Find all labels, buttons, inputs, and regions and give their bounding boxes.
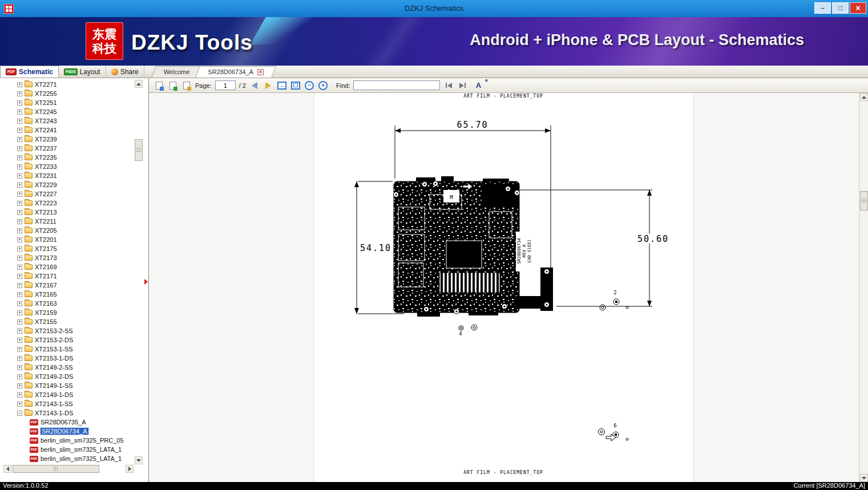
tree-folder-row[interactable]: XT2173 — [0, 253, 134, 262]
expand-toggle-icon[interactable] — [17, 137, 22, 142]
tree-folder-row[interactable]: XT2149-2-DS — [0, 372, 134, 381]
pdf-viewer[interactable]: ART FILM - PLACEMENT_TOP ART FILM - PLAC… — [149, 93, 868, 482]
tree-folder-row[interactable]: XT2149-1-DS — [0, 390, 134, 399]
tree-folder-row[interactable]: XT2227 — [0, 189, 134, 199]
viewer-scrollbar-thumb[interactable] — [860, 191, 868, 210]
expand-toggle-icon[interactable] — [17, 91, 22, 96]
expand-toggle-icon[interactable] — [17, 210, 22, 215]
minimize-button[interactable] — [814, 2, 831, 14]
expand-toggle-icon[interactable] — [17, 329, 22, 334]
expand-toggle-icon[interactable] — [17, 319, 22, 325]
tree-file-row[interactable]: berlin_slim_sm7325_PRC_05 — [0, 436, 134, 445]
scroll-right-arrow[interactable] — [126, 465, 134, 473]
tree-folder-row[interactable]: XT2211 — [0, 217, 134, 226]
tree-folder-row[interactable]: XT2205 — [0, 226, 134, 235]
tree-folder-row[interactable]: XT2153-1-SS — [0, 345, 134, 354]
facing-pages-view-button[interactable] — [168, 80, 178, 91]
expand-toggle-icon[interactable] — [17, 100, 22, 106]
tree-folder-row[interactable]: XT2171 — [0, 272, 134, 281]
tree-folder-row[interactable]: XT2143-1-SS — [0, 399, 134, 408]
find-input[interactable] — [353, 80, 440, 90]
tree-folder-row[interactable]: XT2245 — [0, 107, 134, 116]
tree-folder-row[interactable]: XT2229 — [0, 180, 134, 189]
tree-scrollbar-thumb[interactable] — [135, 139, 143, 161]
tree-folder-row[interactable]: XT2231 — [0, 171, 134, 180]
expand-toggle-icon[interactable] — [17, 292, 22, 297]
find-previous-button[interactable] — [443, 80, 454, 91]
scroll-left-arrow[interactable] — [3, 465, 11, 473]
expand-toggle-icon[interactable] — [17, 228, 22, 233]
expand-toggle-icon[interactable] — [17, 183, 22, 188]
tree-folder-row[interactable]: XT2159 — [0, 308, 134, 317]
doc-tab-current[interactable]: SR28D06734_A — [197, 66, 274, 78]
expand-toggle-icon[interactable] — [17, 392, 22, 398]
tree-folder-row[interactable]: XT2201 — [0, 235, 134, 244]
zoom-out-button[interactable] — [304, 80, 314, 91]
viewer-scroll-down-arrow[interactable] — [860, 474, 868, 482]
maximize-button[interactable] — [832, 2, 849, 14]
tree-folder-row[interactable]: XT2149-2-SS — [0, 363, 134, 372]
expand-toggle-icon[interactable] — [17, 347, 22, 352]
tree-folder-row[interactable]: XT2163 — [0, 299, 134, 308]
doc-tab-welcome[interactable]: Welcome — [154, 66, 200, 78]
tree-folder-row[interactable]: XT2153-2-SS — [0, 326, 134, 335]
scroll-down-arrow[interactable] — [135, 456, 143, 464]
tree-file-row[interactable]: berlin_slim_sm7325_LATA_1 — [0, 445, 134, 454]
tab-layout[interactable]: Layout — [59, 66, 106, 78]
tree-horizontal-scrollbar[interactable] — [3, 465, 134, 474]
tab-share[interactable]: Share — [106, 66, 144, 78]
tree-vertical-scrollbar[interactable] — [135, 80, 144, 464]
text-size-icon[interactable] — [473, 80, 483, 91]
tree-folder-row[interactable]: XT2255 — [0, 89, 134, 98]
tree-folder-row[interactable]: XT2223 — [0, 199, 134, 208]
viewer-vertical-scrollbar[interactable] — [859, 93, 868, 482]
expand-toggle-icon[interactable] — [17, 283, 22, 288]
tree-folder-row[interactable]: XT2239 — [0, 135, 134, 144]
tree-folder-row[interactable]: XT2153-1-DS — [0, 354, 134, 363]
expand-toggle-icon[interactable] — [17, 164, 22, 169]
tree-folder-row[interactable]: XT2155 — [0, 317, 134, 326]
tree-folder-row[interactable]: XT2251 — [0, 98, 134, 107]
previous-page-button[interactable] — [249, 80, 260, 91]
tree-folder-row[interactable]: XT2213 — [0, 208, 134, 217]
tree-folder-row[interactable]: XT2153-2-DS — [0, 335, 134, 345]
tree-folder-row[interactable]: XT2143-1-DS — [0, 408, 134, 418]
tree-file-row[interactable]: SR28D06734_A — [0, 427, 134, 436]
fit-page-button[interactable] — [290, 80, 301, 91]
splitter-collapse-arrow[interactable] — [144, 279, 148, 285]
tree-file-row[interactable]: SR28D06735_A — [0, 418, 134, 427]
expand-toggle-icon[interactable] — [17, 110, 22, 115]
tree-folder-row[interactable]: XT2243 — [0, 116, 134, 125]
viewer-scroll-up-arrow[interactable] — [860, 93, 868, 101]
find-next-button[interactable] — [457, 80, 467, 91]
tree-folder-row[interactable]: XT2241 — [0, 125, 134, 135]
page-number-input[interactable] — [215, 80, 236, 90]
expand-toggle-icon[interactable] — [17, 119, 22, 124]
tree-hscrollbar-thumb[interactable] — [13, 465, 99, 473]
expand-toggle-icon[interactable] — [17, 128, 22, 133]
tree-folder-row[interactable]: XT2235 — [0, 153, 134, 162]
scroll-up-arrow[interactable] — [135, 80, 143, 88]
expand-toggle-icon[interactable] — [17, 82, 22, 87]
close-button[interactable] — [850, 2, 866, 14]
expand-toggle-icon[interactable] — [17, 374, 22, 379]
fit-width-button[interactable] — [277, 80, 287, 91]
next-page-button[interactable] — [263, 80, 273, 91]
expand-toggle-icon[interactable] — [17, 155, 22, 160]
expand-toggle-icon[interactable] — [17, 338, 22, 343]
tree-folder-row[interactable]: XT2233 — [0, 162, 134, 171]
expand-toggle-icon[interactable] — [17, 274, 22, 279]
expand-toggle-icon[interactable] — [17, 192, 22, 197]
expand-toggle-icon[interactable] — [17, 146, 22, 151]
tree-folder-row[interactable]: XT2165 — [0, 290, 134, 299]
tree-folder-row[interactable]: XT2175 — [0, 244, 134, 253]
close-tab-icon[interactable] — [257, 69, 264, 75]
expand-toggle-icon[interactable] — [17, 402, 22, 407]
expand-toggle-icon[interactable] — [17, 219, 22, 224]
expand-toggle-icon[interactable] — [17, 356, 22, 361]
zoom-in-button[interactable] — [318, 80, 328, 91]
single-page-view-button[interactable] — [154, 80, 164, 91]
tree-folder-row[interactable]: XT2169 — [0, 262, 134, 272]
expand-toggle-icon[interactable] — [17, 256, 22, 261]
expand-toggle-icon[interactable] — [17, 201, 22, 206]
